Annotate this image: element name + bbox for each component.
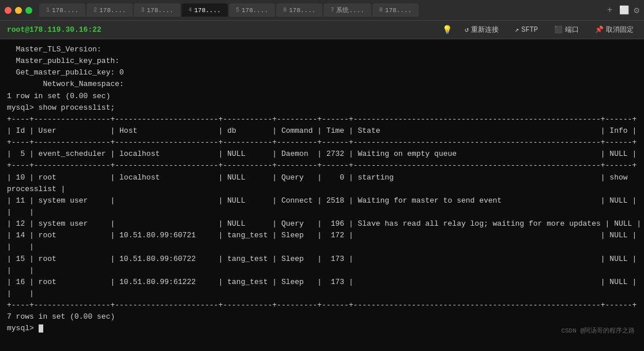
port-button[interactable]: ⬛ 端口 [551, 24, 582, 36]
tab-8[interactable]: 8178.... [372, 3, 419, 17]
terminal-line-11: +----+-----------------+----------------… [7, 160, 637, 171]
title-bar: 1178....2178....3178....4178....5178....… [0, 0, 644, 21]
terminal-line-3: Network_Namespace: [7, 79, 637, 90]
terminal-line-22: | | [7, 288, 637, 300]
tab-label-7: 系统.... [336, 6, 364, 14]
terminal-content[interactable]: Master_TLS_Version: Master_public_key_pa… [0, 39, 644, 351]
port-icon: ⬛ [554, 25, 563, 34]
tab-num-5: 5 [236, 7, 239, 13]
terminal-line-0: Master_TLS_Version: [7, 44, 637, 55]
toolbar: root@178.119.30.16:22 💡 ↺ 重新连接 ↗ SFTP ⬛ … [0, 21, 644, 39]
terminal-line-10: | 5 | event_scheduler | localhost | NULL… [7, 148, 637, 160]
terminal-line-14: | 11 | system user | | NULL | Connect | … [7, 195, 637, 207]
terminal-line-18: | | [7, 241, 637, 253]
tab-label-8: 178.... [385, 7, 412, 14]
window-icon: ⬜ [619, 5, 629, 15]
port-label: 端口 [565, 25, 579, 35]
prompt-text: mysql> [7, 324, 39, 333]
terminal-line-19: | 15 | root | 10.51.80.99:60722 | tang_t… [7, 253, 637, 265]
terminal-line-20: | | [7, 265, 637, 277]
tab-num-1: 1 [46, 7, 50, 13]
tab-num-2: 2 [93, 7, 97, 13]
terminal-line-6: mysql> show processlist; [7, 102, 637, 114]
reconnect-icon: ↺ [465, 25, 469, 34]
terminal-line-21: | 16 | root | 10.51.80.99:61222 | tang_t… [7, 277, 637, 288]
terminal-prompt: mysql> [7, 323, 637, 334]
tab-label-3: 178.... [146, 7, 173, 14]
unpin-button[interactable]: 📌 取消固定 [592, 24, 637, 36]
tab-label-1: 178.... [52, 7, 78, 14]
reconnect-button[interactable]: ↺ 重新连接 [461, 24, 502, 36]
reconnect-label: 重新连接 [471, 25, 499, 35]
connection-label: root@178.119.30.16:22 [7, 25, 101, 34]
terminal-line-4: 1 row in set (0.00 sec) [7, 91, 637, 102]
tab-label-4: 178.... [194, 7, 221, 14]
tab-4[interactable]: 4178.... [182, 3, 228, 17]
tab-label-6: 178.... [289, 7, 315, 14]
terminal-line-9: +----+-----------------+----------------… [7, 137, 637, 148]
tab-label-5: 178.... [242, 7, 268, 14]
sftp-label: SFTP [521, 26, 538, 34]
terminal-line-2: Get_master_public_key: 0 [7, 67, 637, 79]
footer-brand: CSDN @阿汤哥的程序之路 [561, 326, 635, 335]
tab-2[interactable]: 2178.... [86, 3, 133, 17]
sftp-icon: ↗ [515, 25, 519, 34]
tab-num-4: 4 [189, 7, 192, 13]
tab-5[interactable]: 5178.... [229, 3, 275, 17]
unpin-label: 取消固定 [606, 25, 634, 35]
cursor [39, 324, 43, 333]
close-button[interactable] [5, 7, 12, 14]
terminal-line-1: Master_public_key_path: [7, 55, 637, 67]
terminal-line-13: processlist | [7, 184, 637, 195]
add-tab-button[interactable]: + [602, 3, 617, 18]
terminal-line-8: | Id | User | Host | db | Command | Time… [7, 125, 637, 137]
terminal-line-25: 7 rows in set (0.00 sec) [7, 311, 637, 323]
tab-num-3: 3 [141, 7, 144, 13]
terminal-line-17: | 14 | root | 10.51.80.99:60721 | tang_t… [7, 230, 637, 241]
hint-icon: 💡 [442, 25, 452, 35]
maximize-button[interactable] [25, 7, 32, 14]
terminal-line-16: | 12 | system user | | NULL | Query | 19… [7, 218, 637, 230]
terminal-line-15: | | [7, 207, 637, 218]
tab-list: 1178....2178....3178....4178....5178....… [39, 3, 602, 17]
tab-num-8: 8 [379, 7, 383, 13]
tab-1[interactable]: 1178.... [39, 3, 85, 17]
pin-icon: 📌 [595, 25, 604, 34]
settings-icon[interactable]: ⚙ [634, 5, 639, 16]
tab-3[interactable]: 3178.... [134, 3, 180, 17]
tab-num-7: 7 [330, 7, 334, 13]
tab-label-2: 178.... [99, 7, 126, 14]
tab-6[interactable]: 6178.... [276, 3, 322, 17]
tab-7[interactable]: 7系统.... [323, 3, 371, 17]
terminal-line-23: +----+-----------------+----------------… [7, 300, 637, 311]
terminal-line-12: | 10 | root | localhost | NULL | Query |… [7, 172, 637, 184]
traffic-lights [5, 7, 32, 14]
tab-num-6: 6 [283, 7, 287, 13]
sftp-button[interactable]: ↗ SFTP [511, 24, 541, 35]
minimize-button[interactable] [15, 7, 22, 14]
terminal-line-7: +----+-----------------+----------------… [7, 114, 637, 125]
